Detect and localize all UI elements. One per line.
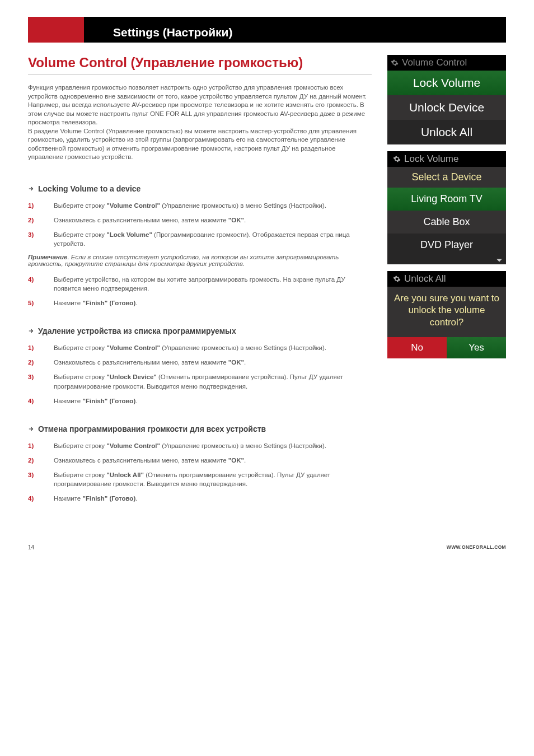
subheading-remove-text: Удаление устройства из списка программир…: [38, 326, 236, 335]
subheading-unlock-all: Отмена программирования громкости для вс…: [28, 424, 372, 433]
intro-text-1: Функция управления громкостью позволяет …: [28, 84, 367, 125]
step-item: 1)Выберите строку "Volume Control" (Упра…: [28, 343, 372, 352]
step-text: Ознакомьтесь с разъяснительными меню, за…: [54, 456, 372, 465]
step-item: 3)Выберите строку "Unlock All" (Отменить…: [28, 470, 372, 488]
subheading-unlock-all-text: Отмена программирования громкости для вс…: [38, 424, 266, 433]
screen-previews-column: Volume Control Lock Volume Unlock Device…: [387, 55, 506, 522]
no-button[interactable]: No: [387, 337, 447, 358]
screen-header: Volume Control: [387, 55, 506, 71]
screen-unlock-all: Unlock All Are you sure you want to unlo…: [387, 271, 506, 358]
menu-item-lock-volume[interactable]: Lock Volume: [387, 71, 506, 95]
step-number: 2): [28, 216, 54, 225]
step-number: 3): [28, 372, 54, 390]
screen-header: Unlock All: [387, 271, 506, 287]
intro-text-2: В разделе Volume Control (Управление гро…: [28, 128, 357, 161]
step-item: 4)Нажмите "Finish" (Готово).: [28, 494, 372, 503]
step-item: 5)Нажмите "Finish" (Готово).: [28, 298, 372, 307]
step-text: Выберите строку "Unlock Device" (Отменит…: [54, 372, 372, 390]
steps-locking: 1)Выберите строку "Volume Control" (Упра…: [28, 201, 372, 308]
device-item-living-room-tv[interactable]: Living Room TV: [387, 188, 506, 211]
page-footer: 14 WWW.ONEFORALL.COM: [28, 544, 506, 550]
step-number: 2): [28, 358, 54, 367]
arrow-right-icon: [28, 426, 35, 432]
footer-url: WWW.ONEFORALL.COM: [447, 544, 506, 550]
device-item-cable-box[interactable]: Cable Box: [387, 211, 506, 234]
screen-header-text: Lock Volume: [404, 153, 458, 165]
subheading-locking: Locking Volume to a device: [28, 184, 372, 193]
select-device-prompt: Select a Device: [387, 167, 506, 188]
gear-icon: [393, 275, 401, 283]
arrow-right-icon: [28, 185, 35, 192]
step-number: 2): [28, 456, 54, 465]
step-text: Выберите строку "Volume Control" (Управл…: [54, 441, 372, 450]
step-number: 3): [28, 230, 54, 248]
step-item: 2)Ознакомьтесь с разъяснительными меню, …: [28, 358, 372, 367]
menu-item-unlock-all[interactable]: Unlock All: [387, 120, 506, 144]
step-item: 2)Ознакомьтесь с разъяснительными меню, …: [28, 216, 372, 225]
step-text: Нажмите "Finish" (Готово).: [54, 298, 372, 307]
device-item-dvd-player[interactable]: DVD Player: [387, 234, 506, 256]
subheading-locking-text: Locking Volume to a device: [38, 184, 140, 193]
screen-lock-volume: Lock Volume Select a Device Living Room …: [387, 151, 506, 264]
step-number: 1): [28, 201, 54, 210]
main-content-column: Volume Control (Управление громкостью) Ф…: [28, 55, 372, 522]
page-title: Volume Control (Управление громкостью): [28, 55, 372, 74]
step-text: Нажмите "Finish" (Готово).: [54, 494, 372, 503]
menu-item-unlock-device[interactable]: Unlock Device: [387, 95, 506, 120]
screen-volume-control: Volume Control Lock Volume Unlock Device…: [387, 55, 506, 144]
confirm-question: Are you sure you want to unlock the volu…: [387, 287, 506, 334]
screen-header-text: Volume Control: [402, 57, 467, 68]
section-header-bar: Settings (Настройки): [28, 17, 506, 43]
screen-header-text: Unlock All: [404, 273, 446, 284]
step-number: 1): [28, 343, 54, 352]
step-item: 1)Выберите строку "Volume Control" (Упра…: [28, 441, 372, 450]
step-number: 4): [28, 494, 54, 503]
step-number: 4): [28, 396, 54, 405]
step-text: Выберите строку "Volume Control" (Управл…: [54, 201, 372, 210]
step-item: 3)Выберите строку "Unlock Device" (Отмен…: [28, 372, 372, 390]
yes-button[interactable]: Yes: [447, 337, 506, 358]
step-text: Ознакомьтесь с разъяснительными меню, за…: [54, 358, 372, 367]
section-header-title: Settings (Настройки): [113, 26, 232, 39]
arrow-right-icon: [28, 328, 35, 334]
step-item: 4)Нажмите "Finish" (Готово).: [28, 396, 372, 405]
step-number: 4): [28, 275, 54, 293]
step-text: Нажмите "Finish" (Готово).: [54, 396, 372, 405]
note-text: Примечание. Если в списке отсутствует ус…: [28, 254, 372, 267]
gear-icon: [391, 59, 399, 67]
steps-unlock-all: 1)Выберите строку "Volume Control" (Упра…: [28, 441, 372, 503]
scroll-down-icon[interactable]: [387, 256, 506, 264]
confirm-buttons: No Yes: [387, 337, 506, 358]
subheading-remove-device: Удаление устройства из списка программир…: [28, 326, 372, 335]
step-item: 1)Выберите строку "Volume Control" (Упра…: [28, 201, 372, 210]
svg-marker-0: [496, 259, 502, 262]
step-text: Ознакомьтесь с разъяснительными меню, за…: [54, 216, 372, 225]
step-number: 3): [28, 470, 54, 488]
step-item: 2)Ознакомьтесь с разъяснительными меню, …: [28, 456, 372, 465]
screen-header: Lock Volume: [387, 151, 506, 167]
step-item: 4)Выберите устройство, на котором вы хот…: [28, 275, 372, 293]
gear-icon: [393, 155, 401, 163]
step-text: Выберите устройство, на котором вы хотит…: [54, 275, 372, 293]
step-item: 3)Выберите строку "Lock Volume" (Програм…: [28, 230, 372, 248]
red-tab-block: [28, 17, 84, 43]
step-text: Выберите строку "Lock Volume" (Программи…: [54, 230, 372, 248]
step-number: 5): [28, 298, 54, 307]
intro-paragraph: Функция управления громкостью позволяет …: [28, 83, 372, 162]
step-number: 1): [28, 441, 54, 450]
step-text: Выберите строку "Volume Control" (Управл…: [54, 343, 372, 352]
page-number: 14: [28, 544, 34, 550]
steps-remove: 1)Выберите строку "Volume Control" (Упра…: [28, 343, 372, 405]
step-text: Выберите строку "Unlock All" (Отменить п…: [54, 470, 372, 488]
